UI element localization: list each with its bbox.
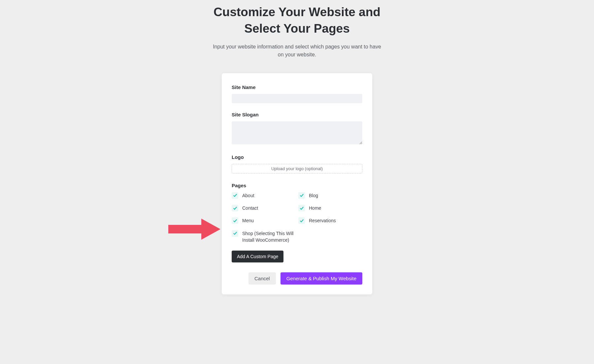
check-icon — [233, 206, 237, 210]
action-row: Cancel Generate & Publish My Website — [232, 272, 362, 285]
page-item-shop: Shop (Selecting This Will Install WooCom… — [232, 230, 296, 244]
title-line-2: Select Your Pages — [244, 22, 349, 35]
logo-label: Logo — [232, 154, 362, 160]
logo-upload-box[interactable]: Upload your logo (optional) — [232, 164, 362, 173]
page-item-contact: Contact — [232, 205, 296, 211]
page-item-about: About — [232, 192, 296, 199]
page-item-home: Home — [298, 205, 362, 211]
check-icon — [233, 231, 237, 235]
page-item-blog: Blog — [298, 192, 362, 199]
checkbox-contact[interactable] — [232, 205, 238, 211]
add-custom-page-button[interactable]: Add A Custom Page — [232, 251, 283, 262]
check-icon — [300, 219, 304, 223]
customize-form-card: Site Name Site Slogan Logo Upload your l… — [222, 73, 372, 294]
check-icon — [233, 219, 237, 223]
pages-label: Pages — [232, 183, 362, 188]
checkbox-home[interactable] — [298, 205, 305, 211]
page-subtitle: Input your website information and selec… — [211, 43, 383, 59]
site-slogan-input[interactable] — [232, 121, 362, 144]
site-name-input[interactable] — [232, 94, 362, 103]
checkbox-about[interactable] — [232, 192, 238, 199]
page-label-about: About — [242, 192, 254, 199]
generate-publish-button[interactable]: Generate & Publish My Website — [280, 272, 362, 285]
check-icon — [300, 206, 304, 210]
title-line-1: Customize Your Website and — [214, 5, 380, 19]
checkbox-blog[interactable] — [298, 192, 305, 199]
page-label-reservations: Reservations — [309, 217, 336, 224]
checkbox-reservations[interactable] — [298, 217, 305, 224]
page-label-menu: Menu — [242, 217, 254, 224]
page-label-home: Home — [309, 205, 321, 211]
page-label-shop: Shop (Selecting This Will Install WooCom… — [242, 230, 296, 244]
site-slogan-label: Site Slogan — [232, 112, 362, 117]
page-item-menu: Menu — [232, 217, 296, 224]
logo-upload-text: Upload your logo (optional) — [271, 166, 323, 171]
site-name-label: Site Name — [232, 84, 362, 90]
page-title: Customize Your Website and Select Your P… — [214, 4, 380, 37]
page-item-reservations: Reservations — [298, 217, 362, 224]
page-label-blog: Blog — [309, 192, 318, 199]
cancel-button[interactable]: Cancel — [248, 272, 276, 285]
checkbox-shop[interactable] — [232, 230, 238, 237]
page-label-contact: Contact — [242, 205, 258, 211]
check-icon — [300, 193, 304, 197]
pages-grid: About Blog Contact — [232, 192, 362, 243]
checkbox-menu[interactable] — [232, 217, 238, 224]
check-icon — [233, 193, 237, 197]
arrow-annotation — [168, 218, 221, 241]
